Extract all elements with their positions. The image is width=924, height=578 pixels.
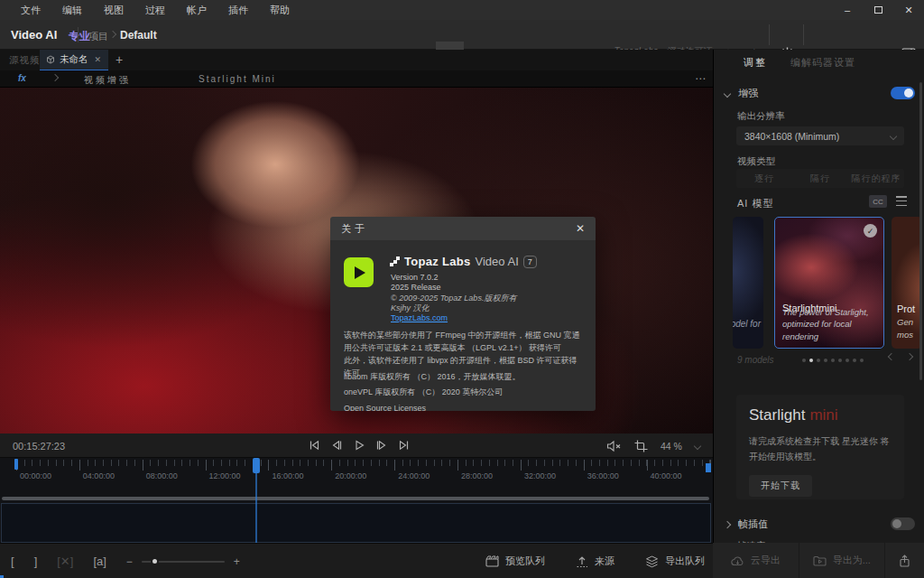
filter-breadcrumb-bar: fx 视频增强 Starlight Mini ⋯: [0, 70, 713, 88]
frame-interpolation-toggle[interactable]: [891, 517, 915, 530]
menu-item[interactable]: 帮助: [260, 0, 300, 20]
enhance-section-header[interactable]: 增强: [725, 87, 758, 100]
timeline-track[interactable]: [1, 503, 711, 543]
cloud-export-button[interactable]: 云导出: [713, 543, 799, 578]
open-source-licenses-link[interactable]: Open Source Licenses: [344, 403, 584, 411]
tab-untitled[interactable]: 未命名 ✕: [40, 50, 108, 70]
zoom-in-icon[interactable]: +: [234, 555, 240, 568]
maximize-icon: [874, 6, 882, 14]
carousel-prev-icon[interactable]: [888, 353, 895, 360]
filter-model-label[interactable]: Starlight Mini: [199, 74, 276, 84]
sidebar-scrollbar[interactable]: [919, 82, 922, 380]
zoom-slider[interactable]: [142, 561, 225, 563]
minimize-button[interactable]: –: [832, 0, 863, 20]
chevron-right-icon: [109, 31, 116, 38]
carousel-nav-row: 9 models: [714, 355, 924, 368]
in-point-marker[interactable]: [14, 459, 18, 470]
frame-interpolation-label: 帧插值: [738, 517, 768, 531]
export-queue-button[interactable]: 导出队列: [645, 555, 705, 568]
menu-item[interactable]: 过程: [135, 0, 175, 20]
video-type-option[interactable]: 隔行的程序: [848, 169, 904, 188]
output-resolution-value: 3840×1608 (Minimum): [744, 131, 839, 142]
enhance-toggle[interactable]: [891, 87, 915, 99]
video-type-option[interactable]: 逐行: [736, 169, 792, 188]
zoom-dropdown-icon[interactable]: [694, 443, 701, 450]
share-export-button[interactable]: [884, 543, 924, 578]
menu-item[interactable]: 编辑: [52, 0, 92, 20]
about-dialog-title: 关于: [330, 222, 368, 236]
clear-trim-button[interactable]: [✕]: [57, 555, 73, 568]
menu-item[interactable]: 插件: [218, 0, 258, 20]
video-type-option[interactable]: 隔行: [792, 169, 848, 188]
about-dialog: 关于 ✕ Topaz Labs Video AI 7 Version 7.0.2…: [330, 217, 596, 411]
playhead-handle[interactable]: [253, 458, 260, 473]
model-carousel: model for ✓ Starlightmini The power of S…: [733, 217, 919, 349]
play-triangle-icon: [355, 266, 365, 279]
set-in-point-button[interactable]: [: [11, 555, 14, 568]
model-card-previous[interactable]: model for: [733, 217, 763, 349]
cloud-icon: [731, 555, 744, 566]
version-line: Version 7.0.2: [391, 273, 439, 282]
previous-frame-button[interactable]: [329, 439, 344, 452]
preview-queue-button[interactable]: 预览队列: [485, 555, 545, 568]
app-edition-badge: 专业: [69, 29, 90, 44]
export-as-button[interactable]: 导出为...: [799, 543, 885, 578]
skip-to-start-button[interactable]: [307, 439, 321, 452]
mute-button[interactable]: [606, 440, 622, 452]
close-button[interactable]: ✕: [893, 0, 924, 20]
tab-close-icon[interactable]: ✕: [95, 55, 102, 64]
set-out-point-button[interactable]: ]: [34, 555, 38, 568]
folder-play-icon: [813, 555, 827, 566]
carousel-next-icon[interactable]: [906, 353, 913, 360]
website-link[interactable]: TopazLabs.com: [391, 313, 448, 322]
zoom-slider-knob[interactable]: [151, 557, 159, 565]
timeline-scrollbar[interactable]: [2, 497, 709, 500]
license-paragraph-ffmpeg: 该软件的某些部分使用了 FFmpeg 中的开源组件，根据 GNU 宽通用公共许可…: [344, 330, 584, 354]
tick-label: 08:00:00: [143, 471, 206, 480]
cc-badge[interactable]: CC: [869, 195, 887, 208]
menu-item[interactable]: 帐户: [177, 0, 217, 20]
toolbar: Video AI 专业 项目 Default TopazLabs - 浮动许可证…: [0, 20, 924, 50]
maximize-button[interactable]: [863, 0, 893, 20]
separator: [769, 24, 770, 45]
tick-label: 40:00:00: [647, 471, 710, 480]
play-button[interactable]: [352, 439, 366, 452]
loop-selection-button[interactable]: [a]: [93, 555, 106, 568]
more-options-icon[interactable]: ⋯: [695, 72, 706, 85]
breadcrumb-project-label[interactable]: 项目: [88, 30, 108, 43]
about-dialog-header[interactable]: 关于 ✕: [330, 217, 596, 240]
tick-label: 16:00:00: [268, 471, 331, 480]
output-resolution-dropdown[interactable]: 3840×1608 (Minimum): [736, 126, 904, 145]
next-frame-button[interactable]: [374, 439, 389, 452]
separator: [803, 24, 804, 45]
out-point-marker[interactable]: [706, 463, 711, 472]
breadcrumb-project-name[interactable]: Default: [120, 29, 157, 42]
start-download-button[interactable]: 开始下载: [749, 475, 812, 497]
menu-item[interactable]: 视图: [94, 0, 134, 20]
tick-label: 36:00:00: [584, 471, 647, 480]
dialog-close-icon[interactable]: ✕: [576, 222, 596, 235]
model-card-selected[interactable]: ✓ Starlightmini The power of Starlight, …: [774, 217, 884, 349]
zoom-out-icon[interactable]: −: [126, 555, 133, 568]
crop-button[interactable]: [634, 440, 648, 452]
video-ai-logo: [344, 257, 374, 287]
chevron-right-icon: [51, 74, 59, 81]
skip-to-end-button[interactable]: [397, 439, 411, 452]
carousel-dots[interactable]: [802, 359, 864, 362]
selected-check-icon: ✓: [864, 224, 877, 238]
source-button[interactable]: 来源: [576, 555, 614, 568]
zoom-level-value[interactable]: 44 %: [661, 441, 682, 452]
frame-interpolation-section-header[interactable]: 帧插值: [725, 517, 768, 531]
model-list-menu-icon[interactable]: [896, 196, 907, 206]
add-tab-button[interactable]: +: [116, 52, 123, 67]
chevron-right-icon: [724, 520, 731, 527]
tab-codec-settings[interactable]: 编解码器设置: [790, 56, 855, 70]
tab-adjustments[interactable]: 调整: [744, 56, 767, 70]
model-card-next[interactable]: Prot Genmos: [892, 217, 922, 349]
tab-untitled-label: 未命名: [60, 53, 88, 66]
enhance-section-label: 增强: [738, 87, 758, 100]
tab-bar: 源视频 未命名 ✕ +: [0, 50, 713, 70]
menu-item[interactable]: 文件: [11, 0, 51, 20]
filter-category-label[interactable]: 视频增强: [84, 74, 131, 87]
sidebar-tabs: 调整 编解码器设置: [714, 50, 924, 75]
